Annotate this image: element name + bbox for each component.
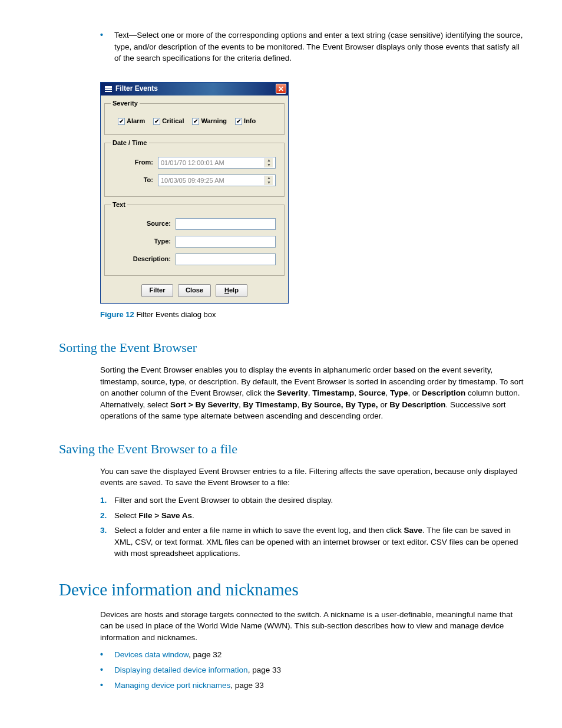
step-3: 3. Select a folder and enter a file name… xyxy=(100,525,527,559)
intro-prefix: Text— xyxy=(114,31,137,39)
from-datetime-input[interactable]: 01/01/70 12:00:01 AM ▲▼ xyxy=(158,157,276,169)
sorting-paragraph: Sorting the Event Browser enables you to… xyxy=(100,364,527,422)
step-2: 2. Select File > Save As. xyxy=(100,510,527,522)
intro-body: Select one or more of the corresponding … xyxy=(114,31,523,62)
step-number: 3. xyxy=(100,525,114,536)
bullet-icon: • xyxy=(100,649,114,660)
device-intro: Devices are hosts and storage targets co… xyxy=(100,609,527,644)
checkmark-icon: ✔ xyxy=(118,118,125,125)
alarm-checkbox[interactable]: ✔Alarm xyxy=(118,117,145,126)
filter-events-dialog: Filter Events ✕ Severity ✔Alarm ✔Critica… xyxy=(100,82,289,304)
spinner-icon[interactable]: ▲▼ xyxy=(265,158,273,167)
step-1: 1. Filter and sort the Event Browser to … xyxy=(100,495,527,506)
bullet-icon: • xyxy=(100,29,114,40)
datetime-group: Date / Time From: 01/01/70 12:00:01 AM ▲… xyxy=(104,139,285,197)
bullet-icon: • xyxy=(100,680,114,690)
figure-caption: Figure 12 Filter Events dialog box xyxy=(100,309,527,321)
svg-rect-0 xyxy=(105,86,112,88)
description-checkbox[interactable]: Description: xyxy=(118,255,171,264)
warning-checkbox[interactable]: ✔Warning xyxy=(192,117,227,126)
help-button[interactable]: Help xyxy=(216,284,247,297)
device-link-2: • Displaying detailed device information… xyxy=(100,664,527,676)
close-dialog-button[interactable]: Close xyxy=(178,284,211,297)
device-link-1: • Devices data window, page 32 xyxy=(100,649,527,661)
close-icon: ✕ xyxy=(278,85,284,93)
dialog-button-row: Filter Close Help xyxy=(101,279,288,303)
severity-legend: Severity xyxy=(111,99,140,108)
dialog-title: Filter Events xyxy=(115,84,158,94)
source-checkbox[interactable]: Source: xyxy=(118,219,171,229)
info-checkbox[interactable]: ✔Info xyxy=(235,117,256,126)
source-input[interactable]: . xyxy=(176,218,276,230)
datetime-legend: Date / Time xyxy=(111,139,149,148)
device-link-3: • Managing device port nicknames, page 3… xyxy=(100,680,527,691)
bullet-icon: • xyxy=(100,664,114,675)
step-number: 2. xyxy=(100,510,114,522)
devices-data-window-link[interactable]: Devices data window xyxy=(114,650,189,659)
svg-rect-2 xyxy=(105,91,112,92)
device-heading: Device information and nicknames xyxy=(59,577,527,602)
checkmark-icon: ✔ xyxy=(235,118,242,125)
svg-rect-1 xyxy=(105,88,112,90)
type-input[interactable]: . xyxy=(176,236,276,248)
description-input[interactable]: . xyxy=(176,253,276,265)
dialog-titlebar: Filter Events ✕ xyxy=(101,83,288,95)
saving-intro: You can save the displayed Event Browser… xyxy=(100,466,527,489)
saving-heading: Saving the Event Browser to a file xyxy=(59,440,527,459)
sorting-heading: Sorting the Event Browser xyxy=(59,338,527,357)
type-checkbox[interactable]: Type: xyxy=(118,237,171,246)
displaying-device-info-link[interactable]: Displaying detailed device information xyxy=(114,666,248,674)
step-text: Select a folder and enter a file name in… xyxy=(114,525,527,559)
checkmark-icon: ✔ xyxy=(192,118,199,125)
step-number: 1. xyxy=(100,495,114,506)
spinner-icon[interactable]: ▲▼ xyxy=(265,176,273,185)
figure-text: Filter Events dialog box xyxy=(134,310,216,319)
step-text: Filter and sort the Event Browser to obt… xyxy=(114,495,527,506)
filter-button[interactable]: Filter xyxy=(141,284,173,297)
step-text: Select File > Save As. xyxy=(114,510,527,522)
app-icon xyxy=(104,85,113,93)
text-legend: Text xyxy=(111,200,127,210)
intro-text-bullet: • Text—Select one or more of the corresp… xyxy=(100,29,527,64)
close-button[interactable]: ✕ xyxy=(276,84,286,94)
figure-label: Figure 12 xyxy=(100,310,134,319)
managing-nicknames-link[interactable]: Managing device port nicknames xyxy=(114,681,230,690)
text-group: Text Source: . Type: . Description: . xyxy=(104,200,285,276)
checkmark-icon: ✔ xyxy=(153,118,160,125)
from-checkbox[interactable]: From: xyxy=(118,158,153,167)
to-checkbox[interactable]: To: xyxy=(118,176,153,185)
critical-checkbox[interactable]: ✔Critical xyxy=(153,117,184,126)
severity-group: Severity ✔Alarm ✔Critical ✔Warning ✔Info xyxy=(104,99,285,135)
to-datetime-input[interactable]: 10/03/05 09:49:25 AM ▲▼ xyxy=(158,174,276,186)
